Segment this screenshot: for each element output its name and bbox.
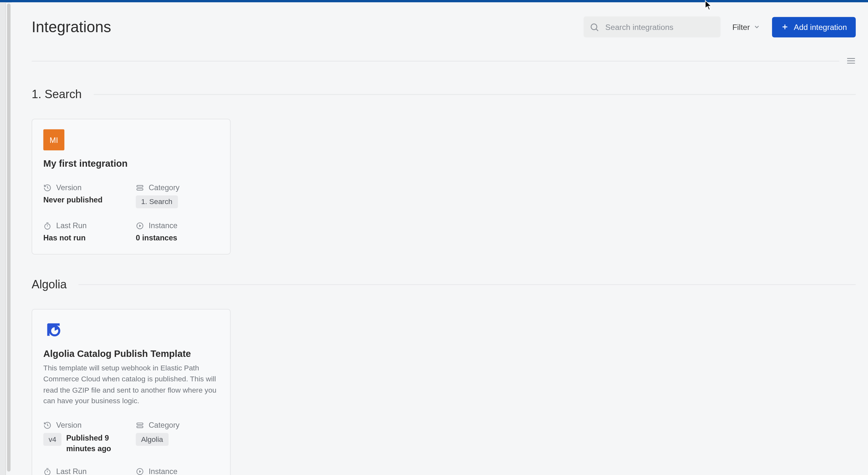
algolia-logo-icon: [43, 320, 64, 341]
version-label: Version: [56, 421, 82, 429]
section-algolia: Algolia Algolia Catalog Publish Template…: [32, 278, 856, 475]
instance-label-row: Instance: [136, 221, 219, 230]
page-header: Integrations Filter: [11, 2, 868, 37]
search-input-container[interactable]: [584, 17, 720, 37]
plus-icon: [781, 23, 789, 31]
version-label-row: Version: [43, 183, 136, 192]
integration-description: This template will setup webhook in Elas…: [43, 363, 219, 407]
section-header: 1. Search: [32, 88, 856, 101]
list-view-icon[interactable]: [846, 57, 856, 64]
left-panel-edge: [0, 2, 6, 475]
instance-label: Instance: [149, 467, 177, 475]
scrollbar[interactable]: [7, 4, 11, 471]
category-badge: 1. Search: [136, 195, 178, 208]
svg-point-9: [45, 223, 50, 229]
lastrun-label-row: Last Run: [43, 467, 136, 475]
svg-rect-16: [137, 426, 143, 428]
svg-rect-7: [137, 185, 143, 187]
version-value: Never published: [43, 195, 136, 204]
filter-label: Filter: [733, 23, 750, 31]
section-title: 1. Search: [32, 88, 82, 101]
svg-rect-8: [137, 188, 143, 190]
svg-marker-13: [139, 224, 141, 227]
integration-card[interactable]: MI My first integration Version: [32, 119, 230, 255]
lastrun-label: Last Run: [56, 467, 87, 475]
category-badge: Algolia: [136, 433, 168, 446]
integration-avatar: MI: [43, 129, 64, 150]
avatar-initials: MI: [50, 135, 58, 144]
version-badge: v4: [43, 433, 62, 446]
lastrun-label-row: Last Run: [43, 221, 136, 230]
integration-title: Algolia Catalog Publish Template: [43, 349, 219, 359]
history-icon: [43, 184, 52, 191]
page-title: Integrations: [32, 18, 111, 36]
integration-card[interactable]: Algolia Catalog Publish Template This te…: [32, 309, 230, 475]
search-icon: [590, 22, 599, 32]
version-value: Published 9 minutes ago: [66, 433, 131, 454]
version-label: Version: [56, 183, 82, 192]
category-label-row: Category: [136, 421, 219, 429]
header-actions: Filter Add integration: [584, 17, 856, 37]
divider-line: [32, 61, 839, 61]
svg-point-0: [591, 24, 597, 29]
stopwatch-icon: [43, 467, 52, 475]
filter-dropdown[interactable]: Filter: [731, 20, 762, 34]
stopwatch-icon: [43, 221, 52, 229]
add-integration-button[interactable]: Add integration: [772, 17, 856, 37]
section-divider: [93, 94, 856, 95]
category-icon: [136, 421, 144, 429]
category-label: Category: [149, 183, 180, 192]
svg-rect-15: [137, 422, 143, 424]
header-divider-row: [32, 57, 856, 64]
instance-value: 0 instances: [136, 233, 219, 242]
history-icon: [43, 421, 52, 429]
instance-label: Instance: [149, 221, 177, 230]
search-input[interactable]: [605, 23, 715, 31]
category-icon: [136, 184, 144, 191]
category-label-row: Category: [136, 183, 219, 192]
category-label: Category: [149, 421, 180, 429]
section-title: Algolia: [32, 278, 67, 291]
svg-marker-21: [139, 470, 141, 473]
chevron-down-icon: [753, 24, 761, 31]
version-label-row: Version: [43, 421, 136, 429]
integration-title: My first integration: [43, 159, 219, 169]
svg-line-1: [596, 29, 598, 31]
top-accent-bar: [0, 0, 868, 2]
section-header: Algolia: [32, 278, 856, 291]
play-circle-icon: [136, 221, 144, 229]
instance-label-row: Instance: [136, 467, 219, 475]
section-search: 1. Search MI My first integration: [32, 88, 856, 255]
section-divider: [79, 284, 856, 285]
add-integration-label: Add integration: [794, 23, 847, 31]
lastrun-value: Has not run: [43, 233, 136, 242]
play-circle-icon: [136, 467, 144, 475]
lastrun-label: Last Run: [56, 221, 87, 230]
